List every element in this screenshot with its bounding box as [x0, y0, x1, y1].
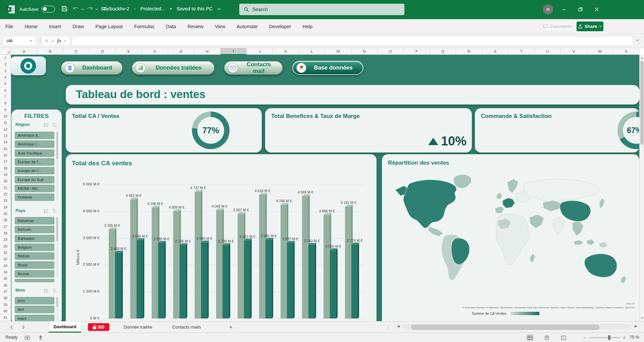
row-header-1[interactable]: 1 — [0, 55, 11, 61]
column-header-f[interactable]: F — [142, 48, 168, 55]
column-header-g[interactable]: G — [168, 48, 194, 55]
slicer-item-bahrain[interactable]: Bahrain — [15, 226, 54, 233]
slicer-scrollbar-thumb[interactable] — [56, 217, 58, 241]
normal-view-icon[interactable] — [526, 334, 534, 341]
clear-filter-icon[interactable] — [52, 208, 57, 213]
restore-button[interactable] — [575, 5, 585, 14]
fx-chevron-icon[interactable] — [64, 40, 67, 42]
slicer-item-mena-afri[interactable]: MENA / Afri... — [15, 185, 54, 192]
row-header-39[interactable]: 39 — [0, 301, 11, 308]
slicer-item-am-rique-l[interactable]: Amérique l... — [15, 140, 54, 148]
minimize-button[interactable] — [559, 5, 569, 14]
formula-bar-expand-icon[interactable] — [636, 39, 639, 42]
slicer-item-europe-de-l[interactable]: Europe de l'... — [15, 158, 54, 166]
add-sheet-button[interactable]: + — [228, 324, 234, 331]
redo-menu-chevron-icon[interactable] — [95, 8, 98, 11]
comments-button[interactable]: Comments — [542, 22, 573, 31]
multi-select-icon[interactable] — [44, 208, 48, 213]
column-header-v[interactable]: V — [561, 48, 587, 55]
slicer-item-oc-anie[interactable]: Océanie — [15, 194, 54, 201]
vertical-scrollbar-thumb[interactable] — [640, 61, 644, 145]
horizontal-scrollbar[interactable]: ◀ ▶ — [397, 323, 637, 331]
sheet-tab-bd[interactable]: BD — [88, 323, 109, 331]
row-header-26[interactable]: 26 — [0, 217, 11, 223]
ribbon-tab-developer[interactable]: Developer — [268, 23, 292, 31]
zoom-slider-track[interactable] — [589, 337, 620, 338]
macro-record-icon[interactable] — [24, 335, 30, 341]
ribbon-tab-formulas[interactable]: Formulas — [134, 23, 155, 31]
ribbon-tab-page-layout[interactable]: Page Layout — [95, 23, 123, 31]
row-header-7[interactable]: 7 — [0, 94, 11, 100]
row-header-33[interactable]: 33 — [0, 263, 11, 269]
autosave-toggle[interactable] — [42, 6, 55, 12]
redo-icon[interactable] — [87, 6, 93, 12]
nav-button-base-donn-es[interactable]: Base données — [292, 61, 363, 75]
slicer-scrollbar-thumb[interactable] — [56, 132, 58, 159]
clear-filter-icon[interactable] — [52, 122, 57, 127]
row-header-13[interactable]: 13 — [0, 133, 11, 139]
search-bar[interactable] — [239, 4, 404, 15]
cancel-entry-icon[interactable] — [45, 39, 48, 43]
slicer-item-asie-pacifique[interactable]: Asie-Pacifique — [15, 149, 54, 157]
column-header-r[interactable]: R — [456, 48, 482, 55]
row-header-35[interactable]: 35 — [0, 275, 11, 282]
share-button[interactable]: Share — [577, 22, 603, 31]
row-header-27[interactable]: 27 — [0, 224, 11, 230]
ribbon-tab-data[interactable]: Data — [165, 23, 177, 31]
undo-icon[interactable] — [72, 6, 79, 12]
column-header-i[interactable]: I — [220, 48, 247, 55]
slicer-item-bahamas[interactable]: Bahamas — [15, 217, 54, 224]
row-header-15[interactable]: 15 — [0, 146, 11, 152]
zoom-in-icon[interactable]: + — [623, 335, 626, 340]
row-header-38[interactable]: 38 — [0, 295, 11, 301]
excel-app-icon[interactable]: X — [6, 5, 15, 14]
column-header-s[interactable]: S — [482, 48, 508, 55]
slicer-scrollbar-thumb[interactable] — [56, 297, 58, 307]
column-header-a[interactable]: A — [11, 48, 37, 55]
slicer-item-mars[interactable]: mars — [15, 315, 54, 321]
slicer-item-f-vr[interactable]: févr — [15, 306, 54, 313]
column-header-m[interactable]: M — [325, 48, 351, 55]
save-icon[interactable] — [61, 6, 67, 12]
row-header-34[interactable]: 34 — [0, 269, 11, 275]
ribbon-tab-insert[interactable]: Insert — [48, 23, 62, 31]
row-header-36[interactable]: 36 — [0, 282, 11, 288]
avatar[interactable]: IB — [543, 4, 553, 14]
row-header-25[interactable]: 25 — [0, 211, 11, 217]
column-header-u[interactable]: U — [535, 48, 561, 55]
column-header-q[interactable]: Q — [430, 48, 456, 55]
column-header-n[interactable]: N — [351, 48, 378, 55]
nav-button-donn-es-trait-es[interactable]: Données traitées — [132, 61, 215, 75]
tab-bar-options-icon[interactable]: ⋮ — [387, 325, 391, 330]
row-header-19[interactable]: 19 — [0, 172, 11, 178]
slicer-item-brunei[interactable]: Brunei — [15, 270, 54, 277]
multi-select-icon[interactable] — [44, 122, 48, 127]
scroll-right-icon[interactable]: ▶ — [635, 324, 637, 328]
row-header-14[interactable]: 14 — [0, 139, 11, 145]
row-header-6[interactable]: 6 — [0, 87, 11, 94]
row-header-29[interactable]: 29 — [0, 237, 11, 243]
row-header-23[interactable]: 23 — [0, 198, 11, 204]
column-header-l[interactable]: L — [299, 48, 325, 55]
formula-input[interactable] — [72, 36, 633, 46]
ribbon-tab-view[interactable]: View — [214, 23, 226, 31]
slicer-item-europe-de-l[interactable]: Europe de l'... — [15, 167, 54, 174]
row-header-8[interactable]: 8 — [0, 100, 11, 106]
page-break-preview-icon[interactable] — [560, 334, 567, 341]
column-header-o[interactable]: O — [378, 48, 404, 55]
row-header-20[interactable]: 20 — [0, 178, 11, 184]
row-header-30[interactable]: 30 — [0, 243, 11, 250]
row-header-22[interactable]: 22 — [0, 191, 11, 198]
close-button[interactable] — [592, 5, 602, 14]
row-header-28[interactable]: 28 — [0, 230, 11, 237]
ribbon-tab-home[interactable]: Home — [24, 23, 38, 31]
row-header-16[interactable]: 16 — [0, 152, 11, 159]
ribbon-tab-review[interactable]: Review — [187, 23, 204, 31]
ribbon-tab-draw[interactable]: Draw — [72, 23, 85, 31]
slicer-item-europe-du-sud[interactable]: Europe du Sud — [15, 176, 54, 183]
clear-filter-icon[interactable] — [52, 288, 57, 293]
slicer-item-am-rique-d[interactable]: Amérique d... — [15, 132, 54, 139]
column-header-c[interactable]: C — [63, 48, 90, 55]
column-header-k[interactable]: K — [273, 48, 299, 55]
column-header-w[interactable]: W — [587, 48, 613, 55]
